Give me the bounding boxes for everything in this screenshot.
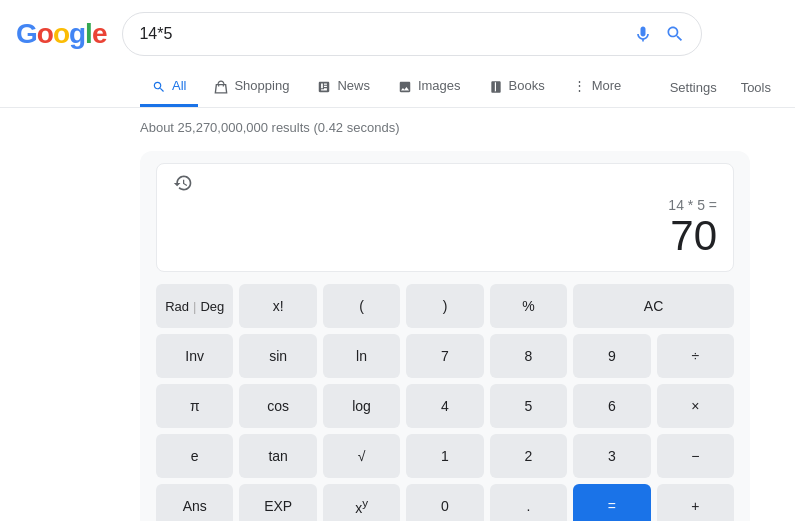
- pi-button[interactable]: π: [156, 384, 233, 428]
- equals-button[interactable]: =: [573, 484, 650, 521]
- history-icon[interactable]: [173, 172, 717, 193]
- calculator-expression: 14 * 5 =: [173, 193, 717, 213]
- all-icon: [152, 78, 166, 94]
- ln-button[interactable]: ln: [323, 334, 400, 378]
- results-count: About 25,270,000,000 results (0.42 secon…: [140, 120, 399, 135]
- books-icon: [489, 78, 503, 94]
- search-bar: 14*5: [122, 12, 702, 56]
- seven-button[interactable]: 7: [406, 334, 483, 378]
- five-button[interactable]: 5: [490, 384, 567, 428]
- percent-button[interactable]: %: [490, 284, 567, 328]
- google-logo[interactable]: Google: [16, 18, 106, 50]
- calculator-buttons: Rad|Deg x! ( ) % AC Inv sin ln 7 8 9 ÷ π…: [156, 284, 734, 521]
- settings-link[interactable]: Settings: [662, 70, 725, 105]
- header: Google 14*5: [0, 0, 795, 68]
- results-info: About 25,270,000,000 results (0.42 secon…: [0, 108, 795, 143]
- tab-news[interactable]: News: [305, 68, 382, 107]
- sin-button[interactable]: sin: [239, 334, 316, 378]
- add-button[interactable]: +: [657, 484, 734, 521]
- sqrt-button[interactable]: √: [323, 434, 400, 478]
- multiply-button[interactable]: ×: [657, 384, 734, 428]
- four-button[interactable]: 4: [406, 384, 483, 428]
- six-button[interactable]: 6: [573, 384, 650, 428]
- tab-books[interactable]: Books: [477, 68, 557, 107]
- log-button[interactable]: log: [323, 384, 400, 428]
- two-button[interactable]: 2: [490, 434, 567, 478]
- open-paren-button[interactable]: (: [323, 284, 400, 328]
- divide-button[interactable]: ÷: [657, 334, 734, 378]
- nav-settings: Settings Tools: [662, 70, 779, 105]
- zero-button[interactable]: 0: [406, 484, 483, 521]
- cos-button[interactable]: cos: [239, 384, 316, 428]
- tab-images[interactable]: Images: [386, 68, 473, 107]
- shopping-icon: [214, 78, 228, 94]
- one-button[interactable]: 1: [406, 434, 483, 478]
- search-input[interactable]: 14*5: [139, 25, 633, 43]
- factorial-button[interactable]: x!: [239, 284, 316, 328]
- calculator-result: 70: [173, 213, 717, 259]
- tab-shopping-label: Shopping: [234, 78, 289, 93]
- tab-books-label: Books: [509, 78, 545, 93]
- news-icon: [317, 78, 331, 94]
- calculator-display: 14 * 5 = 70: [156, 163, 734, 272]
- ac-button[interactable]: AC: [573, 284, 734, 328]
- close-paren-button[interactable]: ): [406, 284, 483, 328]
- tab-shopping[interactable]: Shopping: [202, 68, 301, 107]
- images-icon: [398, 78, 412, 94]
- three-button[interactable]: 3: [573, 434, 650, 478]
- euler-button[interactable]: e: [156, 434, 233, 478]
- mic-icon[interactable]: [633, 24, 653, 44]
- more-dots-icon: ⋮: [573, 78, 586, 93]
- decimal-button[interactable]: .: [490, 484, 567, 521]
- eight-button[interactable]: 8: [490, 334, 567, 378]
- tab-all-label: All: [172, 78, 186, 93]
- calculator-widget: 14 * 5 = 70 Rad|Deg x! ( ) % AC Inv sin …: [140, 151, 750, 521]
- nav-tabs: All Shopping News Images Books ⋮ More Se…: [0, 68, 795, 108]
- search-submit-icon[interactable]: [665, 24, 685, 44]
- exp-button[interactable]: EXP: [239, 484, 316, 521]
- tab-more[interactable]: ⋮ More: [561, 68, 634, 106]
- tab-news-label: News: [337, 78, 370, 93]
- inv-button[interactable]: Inv: [156, 334, 233, 378]
- power-button[interactable]: xy: [323, 484, 400, 521]
- tab-more-label: More: [592, 78, 622, 93]
- nine-button[interactable]: 9: [573, 334, 650, 378]
- ans-button[interactable]: Ans: [156, 484, 233, 521]
- subtract-button[interactable]: −: [657, 434, 734, 478]
- tan-button[interactable]: tan: [239, 434, 316, 478]
- tab-images-label: Images: [418, 78, 461, 93]
- rad-deg-button[interactable]: Rad|Deg: [156, 284, 233, 328]
- tools-link[interactable]: Tools: [733, 70, 779, 105]
- tab-all[interactable]: All: [140, 68, 198, 107]
